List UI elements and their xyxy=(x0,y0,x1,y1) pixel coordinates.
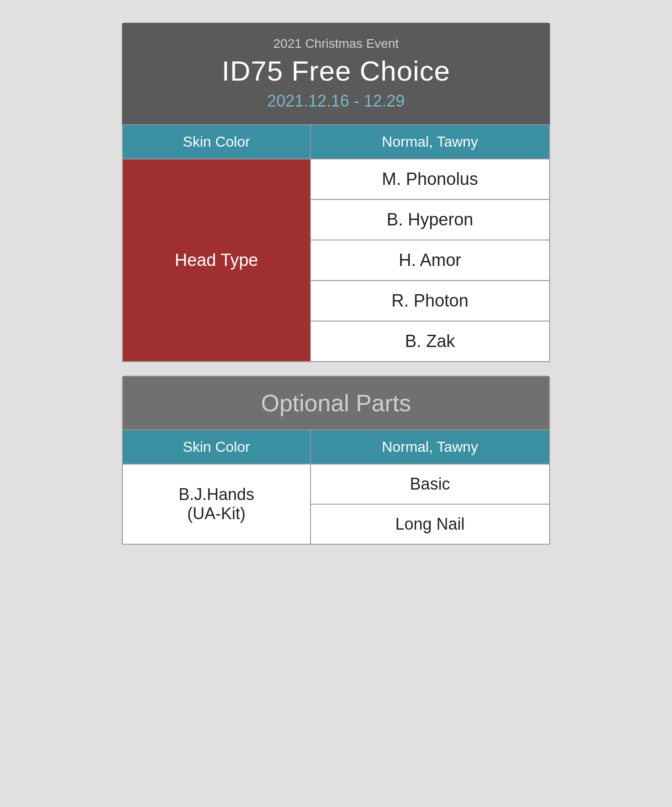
head-type-option-4: R. Photon xyxy=(311,281,550,321)
optional-skin-color-value: Normal, Tawny xyxy=(311,430,550,464)
head-type-label: Head Type xyxy=(122,159,311,362)
header-title: ID75 Free Choice xyxy=(131,55,541,87)
skin-color-value: Normal, Tawny xyxy=(311,125,550,159)
optional-item-label-line2: (UA-Kit) xyxy=(187,504,245,523)
skin-color-label: Skin Color xyxy=(122,125,311,159)
head-type-option-1: M. Phonolus xyxy=(311,159,550,199)
optional-parts-header: Optional Parts xyxy=(122,376,550,429)
head-type-option-5: B. Zak xyxy=(311,321,550,362)
optional-item-label-line1: B.J.Hands xyxy=(178,485,254,504)
main-table: Skin Color Normal, Tawny Head Type M. Ph… xyxy=(122,124,550,362)
head-type-option-2: B. Hyperon xyxy=(311,199,550,240)
header-date: 2021.12.16 - 12.29 xyxy=(131,92,541,111)
optional-item-value-1: Basic xyxy=(311,464,550,504)
optional-skin-color-row: Skin Color Normal, Tawny xyxy=(122,430,550,464)
page-container: 2021 Christmas Event ID75 Free Choice 20… xyxy=(108,9,564,558)
optional-skin-color-label: Skin Color xyxy=(122,430,311,464)
header-subtitle: 2021 Christmas Event xyxy=(131,36,541,51)
skin-color-header-row: Skin Color Normal, Tawny xyxy=(122,125,550,159)
optional-item-label: B.J.Hands (UA-Kit) xyxy=(122,464,311,544)
header-section: 2021 Christmas Event ID75 Free Choice 20… xyxy=(122,23,550,124)
optional-table: Skin Color Normal, Tawny B.J.Hands (UA-K… xyxy=(122,429,550,545)
optional-item-value-2: Long Nail xyxy=(311,504,550,544)
optional-item-row-1: B.J.Hands (UA-Kit) Basic xyxy=(122,464,550,504)
optional-parts-title: Optional Parts xyxy=(132,389,540,417)
head-type-row: Head Type M. Phonolus xyxy=(122,159,550,199)
head-type-option-3: H. Amor xyxy=(311,240,550,281)
